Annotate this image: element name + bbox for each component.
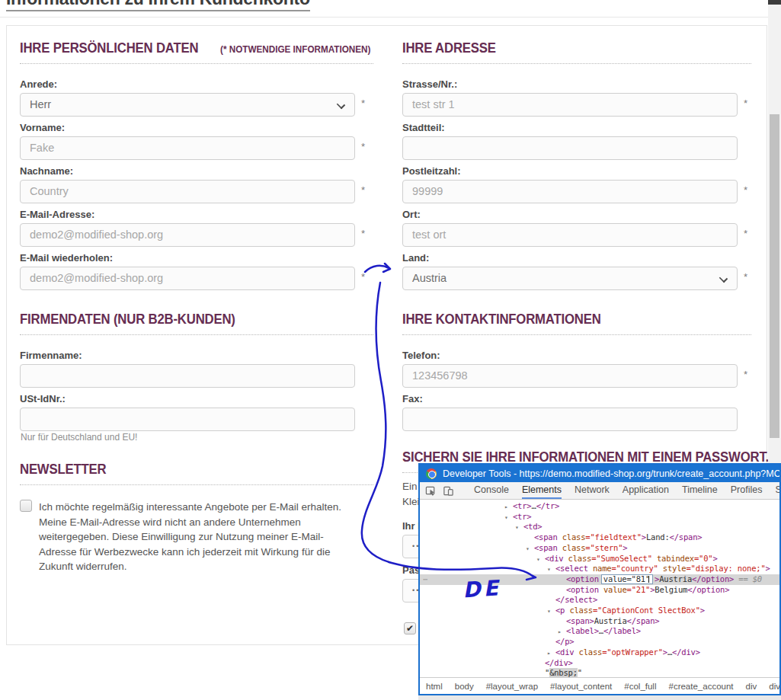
tab-sources[interactable]: Sources bbox=[775, 482, 781, 499]
nachname-label: Nachname: bbox=[20, 165, 355, 177]
breadcrumb-item[interactable]: #col_full bbox=[624, 682, 656, 691]
dom-token: class bbox=[562, 543, 586, 552]
telefon-input[interactable]: 123456798 bbox=[402, 364, 738, 388]
dom-tree-row[interactable]: ▾<select name="country" style="display: … bbox=[420, 564, 779, 574]
anrede-select[interactable]: Herr bbox=[20, 93, 355, 117]
dom-token: </span> bbox=[627, 616, 660, 625]
device-toolbar-icon[interactable] bbox=[443, 485, 454, 497]
twisty-icon[interactable]: ▾ bbox=[526, 544, 530, 555]
required-star: * bbox=[744, 369, 747, 380]
section-heading-address: IHRE ADRESSE bbox=[402, 40, 751, 64]
twisty-icon[interactable]: ▾ bbox=[504, 513, 508, 523]
section-heading-newsletter: NEWSLETTER bbox=[20, 461, 373, 485]
chevron-down-icon bbox=[337, 101, 345, 109]
breadcrumb-item[interactable]: #layout_wrap bbox=[486, 682, 538, 691]
strasse-input[interactable]: test str 1 bbox=[402, 93, 738, 117]
breadcrumb-item[interactable]: div bbox=[769, 682, 780, 691]
dom-token: ="stern" bbox=[585, 543, 623, 552]
breadcrumb-item[interactable]: #create_account bbox=[668, 682, 733, 691]
dom-token: <tr> bbox=[513, 512, 532, 521]
dom-tree-row[interactable]: ▾<div class="SumoSelect" tabindex="0"> bbox=[420, 554, 779, 564]
dom-token: <td> bbox=[523, 522, 543, 531]
plz-input[interactable]: 99999 bbox=[402, 180, 738, 203]
email-input[interactable]: demo2@modified-shop.org bbox=[20, 223, 355, 247]
twisty-icon[interactable]: ▾ bbox=[536, 555, 540, 565]
devtools-titlebar[interactable]: Developer Tools - https://demo.modified-… bbox=[420, 465, 779, 482]
dom-token: </select> bbox=[555, 595, 597, 604]
dom-tree-row[interactable]: ▾<tr> bbox=[420, 512, 779, 523]
dom-tree-row[interactable]: <option value="21">Belgium</option> bbox=[420, 585, 779, 596]
attribute-edit-box[interactable]: value="81" bbox=[601, 574, 653, 584]
dom-tree-row[interactable]: ▸<tr>…</tr> bbox=[420, 501, 779, 512]
breadcrumb-item[interactable]: div bbox=[746, 682, 757, 691]
twisty-icon[interactable]: ▾ bbox=[547, 564, 551, 575]
header-divider bbox=[0, 17, 768, 18]
dom-token: Austria bbox=[659, 574, 692, 583]
ustidnr-input[interactable] bbox=[20, 408, 355, 431]
newsletter-checkbox[interactable] bbox=[20, 500, 32, 512]
inspect-element-icon[interactable] bbox=[425, 485, 437, 497]
dom-tree-row[interactable]: <span class="fieldtext">Land:</span> bbox=[420, 532, 779, 543]
section-heading-personal: IHRE PERSÖNLICHEN DATEN (* NOTWENDIGE IN… bbox=[20, 40, 373, 64]
breadcrumb-item[interactable]: html bbox=[426, 682, 443, 691]
dom-token: Belgium bbox=[655, 585, 687, 594]
tab-elements[interactable]: Elements bbox=[522, 482, 562, 499]
land-select[interactable]: Austria bbox=[402, 267, 738, 290]
newsletter-row: Ich möchte regelmäßig interessante Angeb… bbox=[20, 500, 373, 574]
tab-console[interactable]: Console bbox=[474, 482, 509, 499]
firmenname-input[interactable] bbox=[20, 364, 355, 388]
nachname-input[interactable]: Country bbox=[20, 180, 355, 203]
anrede-label: Anrede: bbox=[20, 78, 355, 90]
vorname-input[interactable]: Fake bbox=[20, 136, 355, 160]
dom-tree-row[interactable]: <span>Austria</span> bbox=[420, 616, 779, 627]
twisty-icon[interactable]: ▾ bbox=[547, 606, 551, 617]
breadcrumb-item[interactable]: body bbox=[455, 682, 474, 691]
field-telefon: Telefon: 123456798 * bbox=[402, 350, 738, 388]
dom-tree-row[interactable]: </div> bbox=[420, 658, 779, 669]
devtools-window: Developer Tools - https://demo.modified-… bbox=[418, 463, 781, 695]
fax-input[interactable] bbox=[402, 408, 738, 431]
dom-tree-row[interactable]: ▸<label>…</label> bbox=[420, 626, 779, 637]
section-title: IHRE PERSÖNLICHEN DATEN bbox=[20, 40, 198, 56]
stadtteil-input[interactable] bbox=[402, 136, 738, 160]
dom-tree-row[interactable]: ▾<span class="stern"> bbox=[420, 543, 779, 554]
twisty-icon[interactable]: ▸ bbox=[558, 627, 562, 638]
dom-token: </tr> bbox=[536, 501, 560, 510]
strasse-label: Strasse/Nr.: bbox=[402, 78, 738, 90]
stadtteil-label: Stadtteil: bbox=[402, 122, 738, 133]
dom-tree-row[interactable]: ▾<p class="CaptionCont SlectBox"> bbox=[420, 606, 779, 616]
dom-tree-row[interactable]: ▾<td> bbox=[420, 522, 779, 532]
dom-tree-row[interactable]: "&nbsp;" bbox=[420, 668, 779, 677]
agb-checkbox[interactable]: ✔ bbox=[404, 622, 416, 634]
tab-profiles[interactable]: Profiles bbox=[731, 482, 763, 499]
dom-token: <div bbox=[555, 647, 579, 657]
twisty-icon[interactable]: ▾ bbox=[515, 523, 519, 533]
dom-tree-row[interactable]: </select> bbox=[420, 595, 779, 606]
breadcrumb-item[interactable]: #layout_content bbox=[550, 682, 612, 691]
personal-data-column: IHRE PERSÖNLICHEN DATEN (* NOTWENDIGE IN… bbox=[20, 40, 373, 574]
field-ustidnr: USt-IdNr.: bbox=[20, 393, 355, 431]
required-star: * bbox=[361, 271, 365, 283]
dom-token: ="display: none;" bbox=[686, 564, 765, 573]
twisty-icon[interactable]: ▸ bbox=[547, 648, 551, 659]
ort-input[interactable]: test ort bbox=[402, 223, 738, 247]
dom-tree-row[interactable]: </p> bbox=[420, 637, 779, 647]
land-value: Austria bbox=[412, 272, 447, 284]
dom-token: Land: bbox=[646, 532, 670, 542]
twisty-icon[interactable]: ▸ bbox=[504, 502, 508, 513]
email-repeat-input[interactable]: demo2@modified-shop.org bbox=[20, 267, 355, 290]
tab-application[interactable]: Application bbox=[623, 482, 669, 499]
tab-timeline[interactable]: Timeline bbox=[682, 482, 718, 499]
devtools-dom-tree: ▸<tr>…</tr>▾<tr>▾<td><span class="fieldt… bbox=[420, 500, 779, 677]
dom-tree-row[interactable]: ▸<div class="optWrapper">…</div> bbox=[420, 647, 779, 658]
scrollbar-thumb[interactable] bbox=[770, 114, 779, 438]
field-ort: Ort: test ort * bbox=[402, 209, 738, 247]
dom-tree-row[interactable]: ⋯<optionvalue="81">Austria</option> == $… bbox=[420, 574, 779, 585]
tab-network[interactable]: Network bbox=[575, 482, 610, 499]
dom-token: > bbox=[700, 606, 705, 615]
field-anrede: Anrede: Herr * bbox=[20, 78, 355, 117]
dom-token: tabindex bbox=[652, 554, 694, 563]
scrollbar-top-strip bbox=[768, 0, 781, 5]
dom-token: <span bbox=[534, 543, 562, 552]
row-overflow-dots: ⋯ bbox=[423, 574, 427, 585]
